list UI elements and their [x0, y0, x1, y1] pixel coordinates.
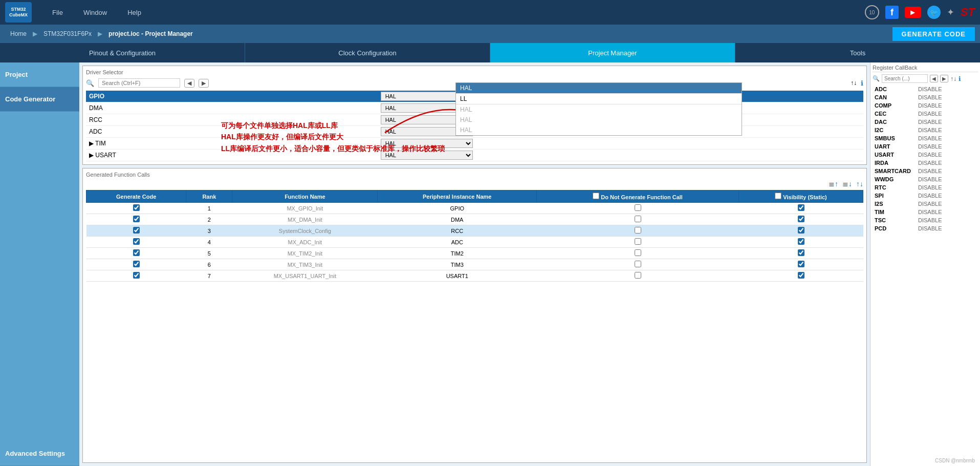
gc-visibility-checkbox-2[interactable]: [798, 227, 804, 234]
rp-cell-value: DISABLE: [916, 101, 978, 110]
rp-table-row: DAC DISABLE: [873, 118, 978, 126]
rp-table-row: RTC DISABLE: [873, 183, 978, 192]
driver-next-button[interactable]: ▶: [199, 79, 209, 88]
rp-table-row: CEC DISABLE: [873, 110, 978, 118]
tim-driver-select[interactable]: HALLL: [381, 139, 473, 148]
driver-label-tim: ▶ TIM: [86, 138, 378, 150]
gc-table-body: 1 MX_GPIO_Init GPIO 2 MX_DMA_Init DMA 3 …: [86, 203, 863, 282]
gc-cell-visibility: [739, 214, 863, 225]
sidebar-item-advanced-settings[interactable]: Advanced Settings: [0, 441, 79, 466]
driver-row-tim: ▶ TIM HALLL: [86, 138, 863, 150]
dropdown-item-hal-4[interactable]: HAL: [456, 125, 742, 135]
rp-cell-name: UART: [873, 142, 916, 151]
gc-table-row: 2 MX_DMA_Init DMA: [86, 214, 863, 225]
generate-code-button[interactable]: GENERATE CODE: [892, 27, 975, 41]
driver-prev-button[interactable]: ◀: [184, 79, 194, 88]
rp-cell-value: DISABLE: [916, 110, 978, 118]
gc-nogen-checkbox-2[interactable]: [635, 227, 641, 234]
gc-cell-rank: 7: [186, 270, 232, 282]
gc-cell-nogen: [537, 225, 739, 237]
rp-prev-btn[interactable]: ◀: [930, 75, 938, 82]
rp-table-row: CAN DISABLE: [873, 93, 978, 101]
gc-generate-checkbox-6[interactable]: [133, 272, 140, 279]
gc-sort-btn-3[interactable]: ↑↓: [856, 180, 863, 188]
gc-col-nogen-checkbox[interactable]: [593, 193, 599, 199]
driver-selector-title: Driver Selector: [86, 69, 863, 75]
gc-visibility-checkbox-1[interactable]: [798, 216, 804, 222]
gc-cell-visibility: [739, 259, 863, 270]
gc-visibility-checkbox-5[interactable]: [798, 261, 804, 267]
menu-window[interactable]: Window: [83, 9, 107, 16]
gc-nogen-checkbox-1[interactable]: [635, 216, 641, 222]
rp-table: ADC DISABLE CAN DISABLE COMP DISABLE CEC…: [873, 85, 978, 232]
gc-cell-rank: 1: [186, 203, 232, 214]
gc-table-row: 4 MX_ADC_Init ADC: [86, 237, 863, 248]
dropdown-item-hal-2[interactable]: HAL: [456, 104, 742, 115]
driver-search-input[interactable]: [98, 78, 180, 88]
rp-cell-name: CAN: [873, 93, 916, 101]
icon-10: 10: [865, 5, 879, 19]
rp-search-input[interactable]: [882, 74, 928, 83]
gc-cell-func: MX_DMA_Init: [232, 214, 378, 225]
gc-visibility-checkbox-0[interactable]: [798, 204, 804, 211]
gc-visibility-checkbox-4[interactable]: [798, 249, 804, 256]
gc-cell-visibility: [739, 248, 863, 259]
dropdown-item-hal-1[interactable]: HAL: [456, 83, 742, 93]
breadcrumb-arrow-2: ▶: [98, 30, 102, 37]
gc-nogen-checkbox-5[interactable]: [635, 261, 641, 267]
center-content: Driver Selector 🔍 ◀ ▶ ↑↓ ℹ GPIO HALLL: [79, 62, 870, 466]
gc-cell-peripheral: GPIO: [378, 203, 537, 214]
rp-table-row: TIM DISABLE: [873, 208, 978, 216]
breadcrumb-project[interactable]: project.ioc - Project Manager: [103, 28, 198, 39]
gc-cell-peripheral: TIM3: [378, 259, 537, 270]
rp-cell-value: DISABLE: [916, 142, 978, 151]
gc-cell-visibility: [739, 225, 863, 237]
gc-visibility-checkbox-3[interactable]: [798, 238, 804, 245]
dropdown-item-ll[interactable]: LL: [456, 93, 742, 104]
driver-info-icon[interactable]: ℹ: [861, 79, 863, 87]
tab-pinout[interactable]: Pinout & Configuration: [0, 43, 245, 62]
gc-nogen-checkbox-3[interactable]: [635, 238, 641, 245]
rp-sort-icon: ↑↓: [950, 75, 956, 82]
gc-nogen-checkbox-0[interactable]: [635, 204, 641, 211]
sidebar-item-code-generator[interactable]: Code Generator: [0, 87, 79, 112]
tab-clock[interactable]: Clock Configuration: [245, 43, 490, 62]
rp-info-icon[interactable]: ℹ: [959, 75, 961, 82]
driver-col-gpio: GPIO: [86, 91, 378, 102]
gc-generate-checkbox-3[interactable]: [133, 238, 140, 245]
main-area: Project Code Generator Advanced Settings…: [0, 62, 980, 466]
gc-cell-generate: [86, 225, 186, 237]
tab-project-manager[interactable]: Project Manager: [490, 43, 735, 62]
gc-table-row: 7 MX_USART1_UART_Init USART1: [86, 270, 863, 282]
usart-driver-select[interactable]: HALLL: [381, 151, 473, 160]
menu-file[interactable]: File: [52, 9, 63, 16]
menu-help[interactable]: Help: [127, 9, 141, 16]
rp-cell-name: RTC: [873, 183, 916, 192]
breadcrumb-home[interactable]: Home: [5, 28, 32, 39]
driver-selector-panel: Driver Selector 🔍 ◀ ▶ ↑↓ ℹ GPIO HALLL: [82, 66, 867, 165]
driver-sort-icon: ↑↓: [851, 79, 857, 87]
rp-cell-name: CEC: [873, 110, 916, 118]
gc-sort-btn-2[interactable]: ≣↓: [842, 180, 852, 188]
topbar: STM32CubeMX File Window Help 10 f ▶ 🐦 ✦ …: [0, 0, 980, 25]
sidebar-item-project[interactable]: Project: [0, 62, 79, 87]
gc-cell-rank: 3: [186, 225, 232, 237]
gc-generate-checkbox-1[interactable]: [133, 216, 140, 222]
gc-table-row: 3 SystemClock_Config RCC: [86, 225, 863, 237]
gc-cell-peripheral: TIM2: [378, 248, 537, 259]
gc-sort-btn-1[interactable]: ≣↑: [829, 180, 838, 188]
rp-next-btn[interactable]: ▶: [940, 75, 948, 82]
gc-generate-checkbox-2[interactable]: [133, 227, 140, 234]
gc-generate-checkbox-5[interactable]: [133, 261, 140, 267]
gc-col-visibility-checkbox[interactable]: [775, 193, 781, 199]
gc-col-peripheral: Peripheral Instance Name: [378, 190, 537, 203]
dropdown-item-hal-3[interactable]: HAL: [456, 115, 742, 125]
gc-generate-checkbox-4[interactable]: [133, 249, 140, 256]
gc-nogen-checkbox-6[interactable]: [635, 272, 641, 279]
breadcrumb-chip[interactable]: STM32F031F6Px: [38, 28, 97, 39]
gc-generate-checkbox-0[interactable]: [133, 204, 140, 211]
rp-cell-name: ADC: [873, 85, 916, 93]
gc-visibility-checkbox-6[interactable]: [798, 272, 804, 279]
gc-nogen-checkbox-4[interactable]: [635, 249, 641, 256]
tab-tools[interactable]: Tools: [735, 43, 980, 62]
